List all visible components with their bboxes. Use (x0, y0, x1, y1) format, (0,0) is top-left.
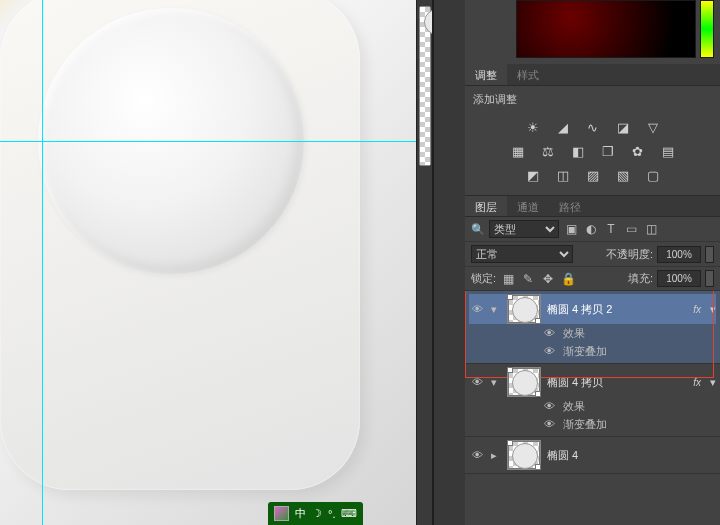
lock-label: 锁定: (471, 271, 496, 286)
fill-value[interactable]: 100% (657, 270, 701, 287)
canvas-area[interactable]: 中 ☽ °. ⌨ (0, 0, 432, 525)
filter-kind-select[interactable]: 类型 (489, 220, 559, 238)
layer-row[interactable]: 👁 ▾ 椭圆 4 拷贝 2 fx ▾ 👁效果 👁渐变叠加 (465, 291, 720, 364)
panels-column: 调整 样式 添加调整 ☀ ◢ ∿ ◪ ▽ ▦ (432, 0, 720, 525)
adjustments-title: 添加调整 (473, 92, 712, 107)
layers-tabs: 图层 通道 路径 (465, 195, 720, 217)
visibility-icon[interactable]: 👁 (469, 449, 485, 461)
layer-name[interactable]: 椭圆 4 拷贝 2 (547, 302, 687, 317)
chevron-down-icon[interactable]: ▾ (710, 303, 716, 316)
tab-layers[interactable]: 图层 (465, 196, 507, 216)
channel-mixer-icon[interactable]: ✿ (629, 143, 647, 159)
threshold-icon[interactable]: ▨ (584, 167, 602, 183)
fill-label: 填充: (628, 271, 653, 286)
effect-gradient-overlay[interactable]: 渐变叠加 (563, 417, 607, 432)
levels-icon[interactable]: ◢ (554, 119, 572, 135)
visibility-icon[interactable]: 👁 (541, 400, 557, 412)
adjustments-tabs: 调整 样式 (465, 64, 720, 86)
panel-gutter (433, 0, 465, 525)
visibility-icon[interactable]: 👁 (541, 345, 557, 357)
search-icon[interactable]: 🔍 (471, 223, 485, 236)
fill-dropdown-icon[interactable] (705, 270, 714, 287)
ime-taskbar[interactable]: 中 ☽ °. ⌨ (268, 502, 363, 525)
layer-name[interactable]: 椭圆 4 拷贝 (547, 375, 687, 390)
opacity-value[interactable]: 100% (657, 246, 701, 263)
chevron-down-icon[interactable]: ▾ (710, 376, 716, 389)
filter-smart-icon[interactable]: ◫ (643, 221, 659, 237)
hue-ramp[interactable] (700, 0, 714, 58)
ime-moon-icon: ☽ (312, 507, 322, 520)
layer-filter-row: 🔍 类型 ▣ ◐ T ▭ ◫ (465, 217, 720, 242)
balance-icon[interactable]: ⚖ (539, 143, 557, 159)
lock-transparent-icon[interactable]: ▦ (500, 271, 516, 287)
photo-filter-icon[interactable]: ❐ (599, 143, 617, 159)
filter-shape-icon[interactable]: ▭ (623, 221, 639, 237)
ime-keyboard-icon: ⌨ (341, 507, 357, 520)
fx-badge[interactable]: fx (693, 304, 701, 315)
filter-adjust-icon[interactable]: ◐ (583, 221, 599, 237)
gradient-map-icon[interactable]: ▧ (614, 167, 632, 183)
ime-swatch-icon (274, 506, 289, 521)
lock-paint-icon[interactable]: ✎ (520, 271, 536, 287)
exposure-icon[interactable]: ◪ (614, 119, 632, 135)
ime-label: 中 (295, 506, 306, 521)
lock-move-icon[interactable]: ✥ (540, 271, 556, 287)
hue-icon[interactable]: ▦ (509, 143, 527, 159)
adjustments-section: 添加调整 ☀ ◢ ∿ ◪ ▽ ▦ ⚖ ◧ ❐ (465, 86, 720, 195)
bw-icon[interactable]: ◧ (569, 143, 587, 159)
tab-styles[interactable]: 样式 (507, 64, 549, 85)
vertical-scrollbar[interactable] (416, 0, 432, 525)
adjustment-presets: ☀ ◢ ∿ ◪ ▽ ▦ ⚖ ◧ ❐ ✿ ▤ (473, 113, 712, 189)
layer-thumbnail[interactable] (507, 294, 541, 324)
curves-icon[interactable]: ∿ (584, 119, 602, 135)
effects-label[interactable]: 效果 (563, 326, 585, 341)
blend-row: 正常 不透明度: 100% (465, 242, 720, 267)
app-root: 中 ☽ °. ⌨ 调整 样式 添加调整 (0, 0, 720, 525)
expand-icon[interactable]: ▾ (491, 303, 501, 316)
visibility-icon[interactable]: 👁 (469, 376, 485, 388)
lock-all-icon[interactable]: 🔒 (560, 271, 576, 287)
visibility-icon[interactable]: 👁 (541, 418, 557, 430)
scrollbar-thumb[interactable] (419, 6, 431, 166)
filter-pixel-icon[interactable]: ▣ (563, 221, 579, 237)
fx-badge[interactable]: fx (693, 377, 701, 388)
posterize-icon[interactable]: ◫ (554, 167, 572, 183)
opacity-dropdown-icon[interactable] (705, 246, 714, 263)
visibility-icon[interactable]: 👁 (469, 303, 485, 315)
blend-mode-select[interactable]: 正常 (471, 245, 573, 263)
effect-gradient-overlay[interactable]: 渐变叠加 (563, 344, 607, 359)
layer-row[interactable]: 👁 ▸ 椭圆 4 (465, 437, 720, 474)
effects-label[interactable]: 效果 (563, 399, 585, 414)
lookup-icon[interactable]: ▤ (659, 143, 677, 159)
selective-color-icon[interactable]: ▢ (644, 167, 662, 183)
ime-dot-icon: °. (328, 508, 335, 520)
expand-icon[interactable]: ▾ (491, 376, 501, 389)
layer-name[interactable]: 椭圆 4 (547, 448, 716, 463)
guide-vertical[interactable] (42, 0, 43, 525)
vibrance-icon[interactable]: ▽ (644, 119, 662, 135)
color-picker[interactable] (516, 0, 696, 58)
document-canvas[interactable] (0, 0, 432, 525)
filter-type-icon[interactable]: T (603, 221, 619, 237)
tab-channels[interactable]: 通道 (507, 196, 549, 216)
layer-row[interactable]: 👁 ▾ 椭圆 4 拷贝 fx ▾ 👁效果 👁渐变叠加 (465, 364, 720, 437)
brightness-icon[interactable]: ☀ (524, 119, 542, 135)
layer-thumbnail[interactable] (507, 367, 541, 397)
tab-adjustments[interactable]: 调整 (465, 64, 507, 85)
layer-thumbnail[interactable] (507, 440, 541, 470)
tab-paths[interactable]: 路径 (549, 196, 591, 216)
layers-list: 👁 ▾ 椭圆 4 拷贝 2 fx ▾ 👁效果 👁渐变叠加 👁 (465, 291, 720, 525)
lock-row: 锁定: ▦ ✎ ✥ 🔒 填充: 100% (465, 267, 720, 291)
invert-icon[interactable]: ◩ (524, 167, 542, 183)
guide-horizontal[interactable] (0, 141, 432, 142)
color-panel (465, 0, 720, 64)
expand-icon[interactable]: ▸ (491, 449, 501, 462)
visibility-icon[interactable]: 👁 (541, 327, 557, 339)
opacity-label: 不透明度: (606, 247, 653, 262)
